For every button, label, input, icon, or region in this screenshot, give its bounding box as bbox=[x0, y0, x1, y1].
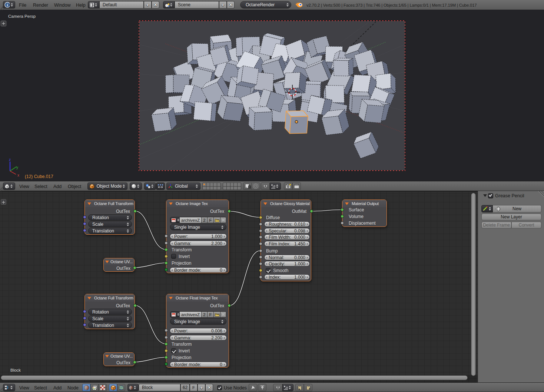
svg-text:y: y bbox=[16, 165, 18, 170]
svg-text:Camera Persp: Camera Persp bbox=[8, 14, 36, 19]
svg-text:i: i bbox=[7, 3, 8, 7]
svg-text:x: x bbox=[17, 173, 19, 177]
svg-text:z: z bbox=[9, 158, 11, 162]
svg-text:(12) Cube.017: (12) Cube.017 bbox=[25, 174, 53, 179]
